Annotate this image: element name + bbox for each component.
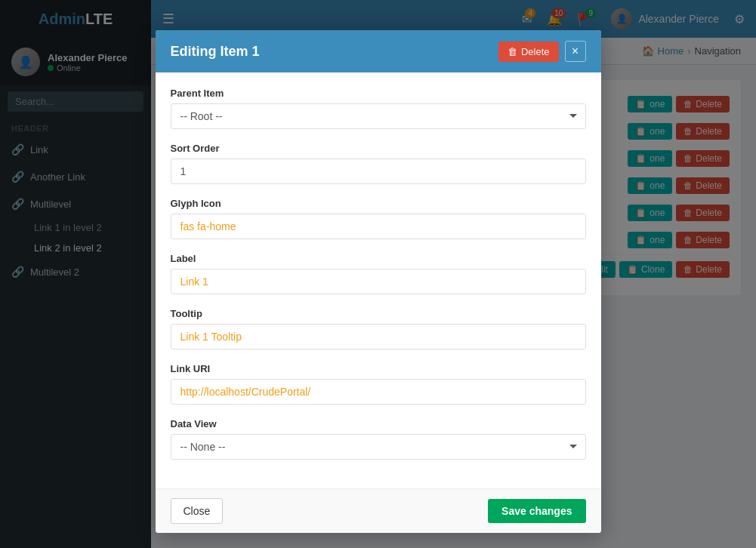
- modal: Editing Item 1 🗑 Delete × Parent Item --…: [156, 30, 601, 310]
- modal-body: Parent Item -- Root -- Sort Order Glyph …: [156, 72, 601, 310]
- modal-delete-button[interactable]: 🗑 Delete: [498, 42, 559, 62]
- glyph-icon-label: Glyph Icon: [171, 198, 586, 209]
- form-group-tooltip: Tooltip: [171, 308, 586, 310]
- delete-icon-modal: 🗑: [508, 46, 517, 57]
- parent-item-select[interactable]: -- Root --: [171, 103, 586, 129]
- modal-overlay: Editing Item 1 🗑 Delete × Parent Item --…: [0, 0, 756, 310]
- sort-order-input[interactable]: [171, 159, 586, 184]
- modal-close-button[interactable]: ×: [565, 41, 586, 62]
- glyph-icon-input[interactable]: [171, 214, 586, 239]
- sort-order-label: Sort Order: [171, 143, 586, 154]
- modal-header: Editing Item 1 🗑 Delete ×: [156, 30, 601, 72]
- label-label: Label: [171, 253, 586, 264]
- parent-item-label: Parent Item: [171, 88, 586, 99]
- form-group-glyph-icon: Glyph Icon: [171, 198, 586, 239]
- tooltip-label: Tooltip: [171, 308, 586, 310]
- label-input[interactable]: [171, 269, 586, 294]
- form-group-parent-item: Parent Item -- Root --: [171, 88, 586, 129]
- modal-title: Editing Item 1: [171, 44, 260, 60]
- form-group-sort-order: Sort Order: [171, 143, 586, 184]
- form-group-label: Label: [171, 253, 586, 294]
